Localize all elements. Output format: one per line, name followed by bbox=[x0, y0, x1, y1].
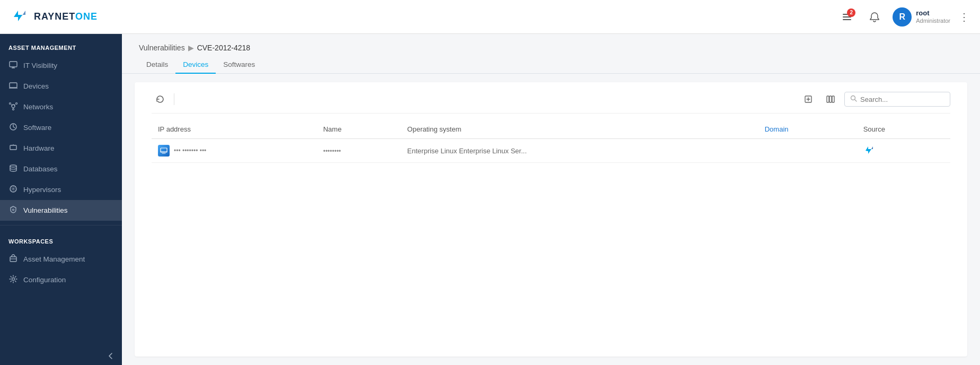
source-icon-cell bbox=[863, 144, 944, 157]
device-type-icon bbox=[158, 145, 170, 157]
cell-ip: ••• ••••••• ••• bbox=[152, 139, 317, 163]
tab-devices[interactable]: Devices bbox=[175, 56, 216, 74]
search-box bbox=[844, 92, 950, 107]
sidebar-item-vulnerabilities[interactable]: Vulnerabilities bbox=[0, 200, 122, 221]
sidebar-item-configuration[interactable]: Configuration bbox=[0, 270, 122, 290]
hypervisors-icon bbox=[8, 185, 18, 195]
breadcrumb: Vulnerabilities ▶ CVE-2012-4218 bbox=[122, 34, 980, 52]
user-role: Administrator bbox=[916, 18, 950, 24]
monitor-icon bbox=[8, 60, 18, 71]
user-info: root Administrator bbox=[916, 9, 950, 24]
list-icon-button[interactable]: 2 bbox=[837, 7, 857, 27]
software-icon bbox=[8, 123, 18, 133]
sidebar-item-software[interactable]: Software bbox=[0, 117, 122, 138]
sidebar-item-databases[interactable]: Databases bbox=[0, 159, 122, 179]
sidebar-item-label: Devices bbox=[23, 82, 49, 90]
svg-point-20 bbox=[851, 96, 855, 100]
svg-point-15 bbox=[12, 278, 15, 281]
hardware-icon bbox=[8, 143, 18, 153]
table-container: IP address Name Operating system Domain … bbox=[135, 82, 967, 357]
svg-point-11 bbox=[10, 165, 16, 167]
svg-rect-2 bbox=[843, 19, 851, 20]
cell-name: •••••••• bbox=[317, 139, 401, 163]
cell-source bbox=[857, 139, 950, 163]
sidebar-item-hardware[interactable]: Hardware bbox=[0, 138, 122, 159]
logo-icon bbox=[11, 7, 30, 27]
export-button[interactable] bbox=[800, 91, 817, 108]
sidebar-item-label: Hypervisors bbox=[23, 186, 61, 194]
network-icon bbox=[8, 102, 18, 112]
table-row: ••• ••••••• ••• •••••••• Enterprise Linu… bbox=[152, 139, 950, 163]
col-header-domain[interactable]: Domain bbox=[758, 120, 857, 139]
sidebar-item-label: Hardware bbox=[23, 144, 55, 152]
sidebar-item-devices[interactable]: Devices bbox=[0, 76, 122, 97]
table-toolbar bbox=[152, 91, 950, 114]
bell-icon-button[interactable] bbox=[865, 7, 884, 27]
sidebar-collapse-button[interactable] bbox=[0, 347, 122, 365]
sidebar-item-label: Software bbox=[23, 124, 51, 132]
svg-point-7 bbox=[16, 103, 17, 105]
content-area: Vulnerabilities ▶ CVE-2012-4218 Details … bbox=[122, 34, 980, 365]
avatar: R bbox=[893, 7, 912, 27]
shield-icon bbox=[8, 205, 18, 215]
breadcrumb-separator: ▶ bbox=[188, 44, 194, 52]
columns-button[interactable] bbox=[822, 91, 839, 108]
svg-rect-18 bbox=[829, 96, 832, 102]
database-icon bbox=[8, 164, 18, 174]
cell-domain bbox=[758, 139, 857, 163]
main-layout: Asset Management IT Visibility Devices N… bbox=[0, 34, 980, 365]
svg-rect-4 bbox=[10, 83, 17, 88]
gear-icon bbox=[8, 275, 18, 285]
workspaces-section-title: Workspaces bbox=[0, 230, 122, 249]
user-name: root bbox=[916, 9, 950, 18]
col-header-ip: IP address bbox=[152, 120, 317, 139]
sidebar: Asset Management IT Visibility Devices N… bbox=[0, 34, 122, 365]
svg-point-13 bbox=[13, 209, 14, 211]
svg-point-8 bbox=[13, 109, 14, 110]
top-header: RAYNETONE 2 R root Administrator ⋮ bbox=[0, 0, 980, 34]
svg-rect-17 bbox=[827, 96, 829, 102]
data-table: IP address Name Operating system Domain … bbox=[152, 120, 950, 163]
search-input[interactable] bbox=[860, 95, 944, 103]
asset-management-section-title: Asset Management bbox=[0, 34, 122, 55]
operating-system: Enterprise Linux Enterprise Linux Ser... bbox=[407, 147, 526, 155]
cell-os: Enterprise Linux Enterprise Linux Ser... bbox=[401, 139, 758, 163]
laptop-icon bbox=[8, 81, 18, 91]
header-right: 2 R root Administrator ⋮ bbox=[837, 7, 969, 27]
device-name: •••••••• bbox=[323, 147, 341, 155]
more-menu-button[interactable]: ⋮ bbox=[959, 11, 969, 23]
col-header-source: Source bbox=[857, 120, 950, 139]
sidebar-item-networks[interactable]: Networks bbox=[0, 97, 122, 117]
sidebar-item-label: Networks bbox=[23, 103, 53, 111]
sidebar-item-label: IT Visibility bbox=[23, 62, 57, 69]
svg-point-6 bbox=[10, 103, 11, 105]
breadcrumb-parent[interactable]: Vulnerabilities bbox=[139, 44, 185, 52]
tab-details[interactable]: Details bbox=[139, 56, 175, 74]
sidebar-item-label: Asset Management bbox=[23, 255, 85, 263]
user-area[interactable]: R root Administrator bbox=[893, 7, 950, 27]
svg-rect-19 bbox=[832, 96, 834, 102]
logo-text: RAYNETONE bbox=[34, 11, 98, 22]
sidebar-item-label: Configuration bbox=[23, 276, 66, 284]
breadcrumb-current: CVE-2012-4218 bbox=[197, 44, 250, 52]
sidebar-item-it-visibility[interactable]: IT Visibility bbox=[0, 55, 122, 76]
col-header-name: Name bbox=[317, 120, 401, 139]
sidebar-item-label: Databases bbox=[23, 165, 58, 173]
svg-rect-3 bbox=[10, 62, 17, 67]
logo-area: RAYNETONE bbox=[11, 7, 837, 27]
raynetone-source-icon bbox=[863, 144, 876, 157]
col-header-os: Operating system bbox=[401, 120, 758, 139]
sidebar-item-hypervisors[interactable]: Hypervisors bbox=[0, 179, 122, 200]
briefcase-icon bbox=[8, 254, 18, 264]
toolbar-divider bbox=[174, 93, 174, 105]
refresh-button[interactable] bbox=[152, 91, 169, 108]
sidebar-item-label: Vulnerabilities bbox=[23, 206, 68, 214]
ip-address: ••• ••••••• ••• bbox=[174, 147, 206, 154]
tabs-bar: Details Devices Softwares bbox=[122, 52, 980, 74]
tab-softwares[interactable]: Softwares bbox=[216, 56, 262, 74]
search-icon bbox=[850, 95, 857, 103]
sidebar-item-asset-management-workspace[interactable]: Asset Management bbox=[0, 249, 122, 270]
notification-badge: 2 bbox=[847, 8, 855, 17]
sidebar-divider bbox=[0, 225, 122, 225]
svg-rect-10 bbox=[10, 145, 16, 150]
